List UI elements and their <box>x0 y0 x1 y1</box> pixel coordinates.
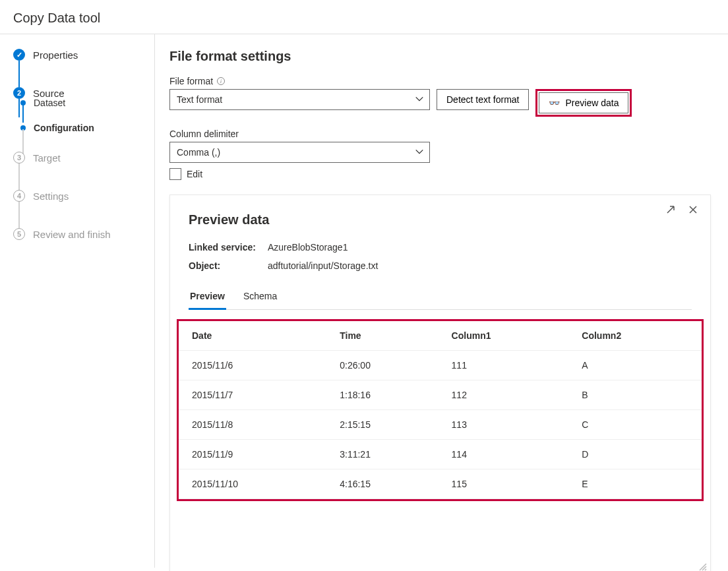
preview-table: Date Time Column1 Column2 2015/11/6 0:26… <box>179 321 702 499</box>
step-connector <box>18 202 20 228</box>
table-cell: E <box>571 469 702 499</box>
table-row: 2015/11/9 3:11:21 114 D <box>179 440 702 469</box>
linked-service-row: Linked service: AzureBlobStorage1 <box>189 242 692 253</box>
chevron-down-icon <box>415 94 424 104</box>
table-cell: A <box>571 351 702 380</box>
step-label: Target <box>33 152 61 164</box>
panel-tabs: Preview Schema <box>189 287 692 310</box>
substep-label: Configuration <box>34 123 94 133</box>
select-value: Text format <box>177 94 222 105</box>
edit-checkbox[interactable] <box>169 168 181 180</box>
table-cell: 2015/11/10 <box>179 469 329 499</box>
column-delimiter-label: Column delimiter <box>169 129 711 139</box>
table-row: 2015/11/10 4:16:15 115 E <box>179 469 702 499</box>
table-cell: D <box>571 440 702 469</box>
linked-service-value: AzureBlobStorage1 <box>268 242 348 253</box>
step-label: Review and finish <box>33 229 111 240</box>
wizard-sidebar: ✓ Properties 2 Source Dataset Configurat… <box>0 34 155 568</box>
column-delimiter-select[interactable]: Comma (,) <box>169 142 430 163</box>
table-row: 2015/11/6 0:26:00 111 A <box>179 351 702 380</box>
check-icon: ✓ <box>13 49 25 61</box>
step-connector <box>22 104 24 123</box>
table-cell: 0:26:00 <box>329 351 440 380</box>
table-cell: 1:18:16 <box>329 380 440 410</box>
close-icon[interactable] <box>688 204 698 215</box>
table-cell: 3:11:21 <box>329 440 440 469</box>
table-cell: 4:16:15 <box>329 469 440 499</box>
step-label: Source <box>33 88 65 99</box>
table-cell: 2015/11/9 <box>179 440 329 469</box>
tab-schema[interactable]: Schema <box>242 287 278 309</box>
expand-icon[interactable] <box>665 204 676 215</box>
detect-format-button[interactable]: Detect text format <box>437 89 529 110</box>
step-connector <box>18 164 20 190</box>
table-cell: 2:15:15 <box>329 410 440 440</box>
table-row: 2015/11/8 2:15:15 113 C <box>179 410 702 440</box>
page-header: Copy Data tool <box>0 0 728 34</box>
step-number-icon: 3 <box>13 152 25 164</box>
object-row: Object: adftutorial/input/Storage.txt <box>189 260 692 271</box>
panel-title: Preview data <box>189 212 692 227</box>
step-settings[interactable]: 4 Settings <box>13 190 154 202</box>
object-value: adftutorial/input/Storage.txt <box>268 260 378 271</box>
step-label: Settings <box>33 191 69 202</box>
highlight-box: Date Time Column1 Column2 2015/11/6 0:26… <box>177 319 704 501</box>
section-title: File format settings <box>169 49 711 64</box>
table-cell: 114 <box>441 440 572 469</box>
preview-data-button[interactable]: 👓 Preview data <box>539 92 628 113</box>
substep-label: Dataset <box>34 98 65 108</box>
step-review[interactable]: 5 Review and finish <box>13 228 154 240</box>
file-format-label: File format i <box>169 76 711 86</box>
table-cell: 115 <box>441 469 572 499</box>
chevron-down-icon <box>415 147 424 156</box>
step-number-icon: 4 <box>13 190 25 202</box>
glasses-icon: 👓 <box>549 98 560 108</box>
resize-handle-icon[interactable] <box>698 562 708 571</box>
file-format-select[interactable]: Text format <box>169 89 430 110</box>
table-cell: 113 <box>441 410 572 440</box>
main-content: File format settings File format i Text … <box>155 34 728 568</box>
page-title: Copy Data tool <box>13 11 715 26</box>
step-label: Properties <box>33 49 78 61</box>
column-header[interactable]: Column1 <box>441 321 572 351</box>
edit-checkbox-label: Edit <box>187 169 202 179</box>
step-number-icon: 5 <box>13 228 25 240</box>
preview-panel: Preview data Linked service: AzureBlobSt… <box>169 195 711 571</box>
column-header[interactable]: Time <box>329 321 440 351</box>
column-header[interactable]: Column2 <box>571 321 702 351</box>
step-connector <box>18 62 20 87</box>
tab-preview[interactable]: Preview <box>189 287 226 310</box>
table-cell: B <box>571 380 702 410</box>
substep-dataset[interactable]: Dataset <box>17 98 154 108</box>
table-row: 2015/11/7 1:18:16 112 B <box>179 380 702 410</box>
column-header[interactable]: Date <box>179 321 329 351</box>
highlight-box: 👓 Preview data <box>535 89 632 117</box>
substep-configuration[interactable]: Configuration <box>17 123 154 133</box>
table-cell: C <box>571 410 702 440</box>
step-properties[interactable]: ✓ Properties <box>13 49 154 61</box>
table-cell: 112 <box>441 380 572 410</box>
table-cell: 2015/11/7 <box>179 380 329 410</box>
table-cell: 2015/11/6 <box>179 351 329 380</box>
table-cell: 2015/11/8 <box>179 410 329 440</box>
info-icon[interactable]: i <box>217 77 225 85</box>
table-header-row: Date Time Column1 Column2 <box>179 321 702 351</box>
table-cell: 111 <box>441 351 572 380</box>
step-target[interactable]: 3 Target <box>13 152 154 164</box>
select-value: Comma (,) <box>177 147 220 158</box>
